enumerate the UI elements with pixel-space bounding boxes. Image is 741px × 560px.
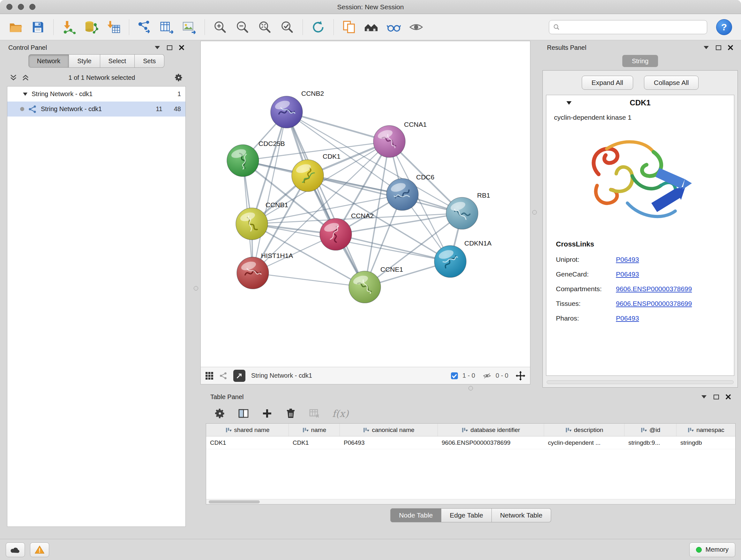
table-options-gear-icon[interactable]	[214, 408, 226, 419]
collapse-panel-icon[interactable]	[154, 45, 160, 50]
column-header-shared-name[interactable]: shared name	[206, 424, 289, 436]
maximize-window-button[interactable]	[29, 4, 36, 10]
delete-trash-icon[interactable]	[285, 408, 296, 419]
network-options-gear-icon[interactable]	[174, 73, 183, 82]
export-table-button[interactable]	[157, 17, 177, 37]
crosslink-link[interactable]: 9606.ENSP00000378699	[616, 285, 692, 293]
hidden-eye-slash-icon[interactable]	[482, 372, 492, 380]
scrollbar-thumb[interactable]	[209, 500, 260, 503]
enhanced-graphics-button[interactable]	[384, 17, 404, 37]
collapse-all-icon[interactable]	[10, 74, 17, 81]
network-edge[interactable]	[253, 273, 365, 287]
float-panel-icon[interactable]	[714, 395, 719, 399]
import-table-button[interactable]	[104, 17, 124, 37]
table-horizontal-scrollbar[interactable]	[206, 499, 735, 504]
results-scrollbar[interactable]	[547, 380, 734, 384]
open-session-button[interactable]	[6, 17, 25, 37]
crosslink-link[interactable]: 9606.ENSP00000378699	[616, 300, 692, 307]
network-collection-row[interactable]: String Network - cdk1 1	[7, 86, 185, 102]
zoom-out-button[interactable]	[232, 17, 253, 37]
splitter-handle[interactable]	[468, 386, 473, 390]
search-input[interactable]	[562, 23, 703, 31]
string-results-tab[interactable]: String	[622, 55, 658, 67]
network-edge[interactable]	[286, 112, 365, 287]
minimize-window-button[interactable]	[18, 4, 24, 10]
export-image-button[interactable]	[179, 17, 199, 37]
zoom-fit-button[interactable]	[255, 17, 275, 37]
network-node-ccna2[interactable]	[320, 219, 352, 250]
show-columns-icon[interactable]	[238, 408, 249, 419]
selected-checkbox-icon[interactable]	[450, 372, 459, 380]
table-row[interactable]: CDK1CDK1P064939606.ENSP00000378699cyclin…	[206, 436, 735, 449]
grid-icon[interactable]	[205, 372, 213, 380]
network-row-selected[interactable]: String Network - cdk1 11 48	[7, 102, 185, 117]
close-panel-icon[interactable]	[179, 45, 185, 51]
expand-all-icon[interactable]	[22, 74, 29, 81]
tab-edge-table[interactable]: Edge Table	[441, 508, 492, 522]
gene-card-header[interactable]: CDK1	[546, 95, 734, 111]
close-window-button[interactable]	[6, 4, 12, 10]
refresh-view-button[interactable]	[308, 17, 328, 37]
column-header-canonical-name[interactable]: canonical name	[340, 424, 438, 436]
cloud-status-button[interactable]	[6, 543, 25, 557]
network-edge[interactable]	[308, 176, 462, 213]
network-edge[interactable]	[336, 234, 450, 261]
memory-button[interactable]: Memory	[689, 543, 735, 557]
tab-network[interactable]: Network	[28, 54, 69, 68]
warnings-button[interactable]	[30, 543, 49, 557]
network-node-cdkn1a[interactable]	[434, 246, 466, 277]
expand-all-button[interactable]: Expand All	[582, 76, 633, 90]
network-node-cdk1[interactable]	[292, 160, 324, 192]
import-network-file-button[interactable]	[59, 17, 79, 37]
table-cell[interactable]: cyclin-dependent ...	[544, 436, 624, 449]
network-node-cdc25b[interactable]	[227, 145, 259, 177]
column-header-database-identifier[interactable]: database identifier	[438, 424, 544, 436]
column-header-namespac[interactable]: namespac	[677, 424, 736, 436]
network-node-ccna1[interactable]	[374, 125, 405, 158]
network-edge[interactable]	[253, 112, 286, 273]
open-in-new-window-button[interactable]	[233, 370, 246, 382]
pan-move-icon[interactable]	[515, 371, 526, 381]
tab-select[interactable]: Select	[100, 54, 135, 68]
help-button[interactable]: ?	[716, 19, 732, 35]
crosslink-link[interactable]: P06493	[616, 314, 639, 322]
table-cell[interactable]: CDK1	[206, 436, 289, 449]
column-header-description[interactable]: description	[544, 424, 624, 436]
show-graphics-details-button[interactable]	[406, 17, 426, 37]
network-node-rb1[interactable]	[446, 197, 478, 229]
network-node-ccnb1[interactable]	[236, 208, 268, 240]
splitter-handle[interactable]	[194, 286, 198, 291]
copy-paste-button[interactable]	[339, 17, 359, 37]
export-network-button[interactable]	[135, 17, 154, 37]
splitter-handle[interactable]	[532, 210, 537, 214]
close-panel-icon[interactable]	[728, 45, 733, 51]
close-panel-icon[interactable]	[725, 394, 731, 400]
collapse-panel-icon[interactable]	[703, 45, 710, 50]
tab-network-table[interactable]: Network Table	[492, 508, 551, 522]
tab-node-table[interactable]: Node Table	[390, 508, 441, 522]
gene-collapse-caret-icon[interactable]	[566, 101, 572, 105]
crosslink-link[interactable]: P06493	[616, 270, 639, 278]
import-network-database-button[interactable]	[81, 17, 101, 37]
network-node-hist1h1a[interactable]	[237, 257, 269, 289]
table-cell[interactable]: P06493	[340, 436, 438, 449]
column-header-name[interactable]: name	[289, 424, 340, 436]
float-panel-icon[interactable]	[716, 45, 721, 50]
network-node-ccnb2[interactable]	[271, 96, 302, 128]
float-panel-icon[interactable]	[167, 45, 172, 50]
tab-sets[interactable]: Sets	[135, 54, 164, 68]
collapse-all-button[interactable]: Collapse All	[644, 76, 699, 90]
home-button[interactable]	[361, 17, 381, 37]
tree-expand-caret-icon[interactable]	[23, 92, 28, 96]
share-network-icon[interactable]	[219, 372, 227, 380]
network-node-ccne1[interactable]	[349, 271, 381, 303]
save-session-button[interactable]	[28, 17, 48, 37]
tab-style[interactable]: Style	[69, 54, 100, 68]
zoom-in-button[interactable]	[210, 17, 230, 37]
zoom-selected-button[interactable]	[277, 17, 297, 37]
network-canvas[interactable]: CCNB2CCNA1CDC25BCDK1CDC6RB1CCNB1CCNA2CDK…	[201, 41, 530, 367]
table-cell[interactable]: CDK1	[289, 436, 340, 449]
crosslink-link[interactable]: P06493	[616, 256, 639, 263]
network-node-cdc6[interactable]	[387, 179, 418, 210]
table-cell[interactable]: 9606.ENSP00000378699	[438, 436, 544, 449]
